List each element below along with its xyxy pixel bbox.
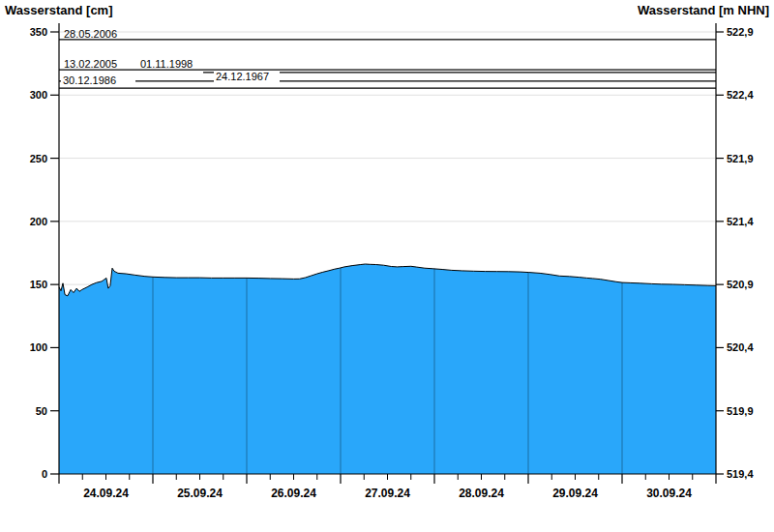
left-axis-ticks: 350300250200150100500: [30, 26, 59, 480]
water-level-chart: Wasserstand [cm] Wasserstand [m NHN] 28.…: [0, 0, 774, 532]
x-date-label: 27.09.24: [365, 487, 410, 500]
reference-lines: 28.05.200613.02.200501.11.199824.12.1967…: [59, 28, 716, 88]
left-tick-label: 100: [30, 341, 47, 353]
right-axis-ticks: 522,9522,4521,9521,4520,9520,4519,9519,4: [716, 26, 754, 480]
chart-canvas: Wasserstand [cm] Wasserstand [m NHN] 28.…: [0, 0, 774, 532]
reference-line-label: 24.12.1967: [216, 71, 269, 82]
water-level-series: [59, 264, 716, 474]
left-tick-label: 250: [30, 153, 47, 164]
left-tick-label: 350: [30, 26, 47, 38]
right-tick-label: 519,9: [727, 405, 754, 417]
right-tick-label: 521,9: [727, 153, 754, 164]
right-tick-label: 519,4: [727, 468, 754, 480]
water-level-area: [59, 264, 716, 474]
reference-line-label: 28.05.2006: [64, 28, 117, 40]
reference-line-label: 13.02.2005: [64, 58, 117, 70]
left-tick-label: 300: [30, 89, 47, 101]
left-tick-label: 50: [36, 405, 47, 417]
x-axis-ticks: 24.09.2425.09.2426.09.2427.09.2428.09.24…: [59, 474, 716, 500]
x-date-label: 26.09.24: [271, 487, 316, 500]
reference-line-label: 30.12.1986: [63, 74, 116, 86]
right-tick-label: 521,4: [727, 216, 754, 227]
right-tick-label: 522,4: [727, 89, 754, 101]
left-axis-title: Wasserstand [cm]: [5, 3, 113, 17]
reference-line-label: 01.11.1998: [140, 58, 193, 70]
x-date-label: 30.09.24: [646, 487, 692, 500]
left-tick-label: 200: [30, 216, 47, 227]
left-tick-label: 150: [30, 279, 47, 290]
x-date-label: 29.09.24: [552, 487, 598, 500]
plot-area: 28.05.200613.02.200501.11.199824.12.1967…: [30, 23, 755, 500]
right-tick-label: 522,9: [727, 26, 754, 38]
right-tick-label: 520,9: [727, 279, 754, 290]
x-date-label: 24.09.24: [83, 487, 129, 500]
x-date-label: 28.09.24: [459, 487, 504, 500]
x-date-label: 25.09.24: [177, 487, 223, 500]
right-axis-title: Wasserstand [m NHN]: [638, 3, 769, 17]
left-tick-label: 0: [42, 468, 47, 480]
right-tick-label: 520,4: [727, 341, 754, 353]
